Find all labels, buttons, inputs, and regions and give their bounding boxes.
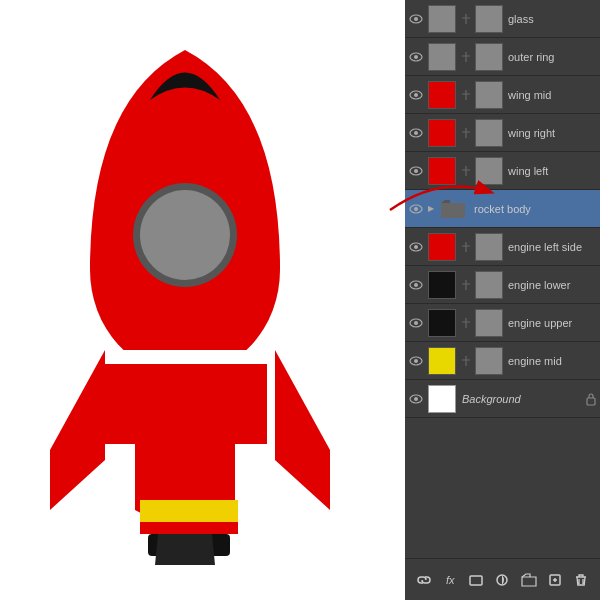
mask-button[interactable]	[465, 569, 487, 591]
layer-name-rocket-body: rocket body	[471, 203, 598, 215]
rocket-illustration	[30, 20, 350, 594]
link-icon-engine-upper	[459, 304, 473, 342]
link-icon-wing-left	[459, 152, 473, 190]
layer-row-wing-mid[interactable]: wing mid	[405, 76, 600, 114]
layer-mask-engine-left-side	[475, 233, 503, 261]
link-tool-button[interactable]	[413, 569, 435, 591]
layer-thumb-engine-upper	[428, 309, 456, 337]
layer-name-wing-left: wing left	[505, 165, 598, 177]
svg-point-9	[414, 17, 418, 21]
visibility-icon-wing-mid[interactable]	[407, 76, 425, 114]
layer-thumb-glass	[428, 5, 456, 33]
svg-point-23	[414, 283, 418, 287]
layer-name-engine-mid: engine mid	[505, 355, 598, 367]
expand-icon-rocket-body[interactable]: ▶	[425, 190, 437, 228]
lock-icon-background	[584, 380, 598, 418]
layer-mask-engine-upper	[475, 309, 503, 337]
layer-name-outer-ring: outer ring	[505, 51, 598, 63]
layer-mask-wing-left	[475, 157, 503, 185]
new-group-button[interactable]	[518, 569, 540, 591]
layer-row-glass[interactable]: glass	[405, 0, 600, 38]
svg-point-27	[414, 359, 418, 363]
layer-mask-wing-right	[475, 119, 503, 147]
svg-point-2	[140, 190, 230, 280]
layer-row-engine-mid[interactable]: engine mid	[405, 342, 600, 380]
visibility-icon-glass[interactable]	[407, 0, 425, 38]
visibility-icon-outer-ring[interactable]	[407, 38, 425, 76]
visibility-icon-engine-upper[interactable]	[407, 304, 425, 342]
layers-toolbar: fx	[405, 558, 600, 600]
layer-mask-glass	[475, 5, 503, 33]
layer-row-background[interactable]: Background	[405, 380, 600, 418]
layer-thumb-outer-ring	[428, 43, 456, 71]
svg-point-17	[414, 169, 418, 173]
layer-name-engine-left-side: engine left side	[505, 241, 598, 253]
layer-name-background: Background	[459, 393, 584, 405]
layer-row-wing-right[interactable]: wing right	[405, 114, 600, 152]
layer-mask-outer-ring	[475, 43, 503, 71]
layer-thumb-wing-left	[428, 157, 456, 185]
visibility-icon-engine-left-side[interactable]	[407, 228, 425, 266]
layer-thumb-background	[428, 385, 456, 413]
layers-list: glassouter ringwing midwing rightwing le…	[405, 0, 600, 558]
svg-point-15	[414, 131, 418, 135]
svg-rect-6	[140, 522, 238, 534]
layer-row-rocket-body[interactable]: ▶rocket body	[405, 190, 600, 228]
visibility-icon-engine-lower[interactable]	[407, 266, 425, 304]
layer-row-outer-ring[interactable]: outer ring	[405, 38, 600, 76]
link-icon-outer-ring	[459, 38, 473, 76]
layer-thumb-wing-right	[428, 119, 456, 147]
svg-rect-3	[92, 350, 280, 364]
fx-button[interactable]: fx	[439, 569, 461, 591]
layer-mask-engine-lower	[475, 271, 503, 299]
layer-thumb-wing-mid	[428, 81, 456, 109]
layer-name-engine-lower: engine lower	[505, 279, 598, 291]
layer-mask-engine-mid	[475, 347, 503, 375]
svg-point-13	[414, 93, 418, 97]
adjustment-button[interactable]	[491, 569, 513, 591]
layer-thumb-engine-mid	[428, 347, 456, 375]
visibility-icon-wing-left[interactable]	[407, 152, 425, 190]
layer-row-wing-left[interactable]: wing left	[405, 152, 600, 190]
svg-point-21	[414, 245, 418, 249]
layer-mask-wing-mid	[475, 81, 503, 109]
visibility-icon-background[interactable]	[407, 380, 425, 418]
svg-point-19	[414, 207, 418, 211]
layer-name-wing-mid: wing mid	[505, 89, 598, 101]
link-icon-engine-mid	[459, 342, 473, 380]
link-icon-glass	[459, 0, 473, 38]
link-icon-wing-mid	[459, 76, 473, 114]
svg-rect-5	[140, 500, 238, 522]
svg-point-25	[414, 321, 418, 325]
folder-icon-rocket-body	[440, 195, 468, 223]
layers-panel: glassouter ringwing midwing rightwing le…	[405, 0, 600, 600]
layer-name-engine-upper: engine upper	[505, 317, 598, 329]
layer-name-wing-right: wing right	[505, 127, 598, 139]
link-icon-engine-lower	[459, 266, 473, 304]
link-icon-wing-right	[459, 114, 473, 152]
layer-thumb-engine-lower	[428, 271, 456, 299]
layer-row-engine-left-side[interactable]: engine left side	[405, 228, 600, 266]
visibility-icon-rocket-body[interactable]	[407, 190, 425, 228]
layer-thumb-engine-left-side	[428, 233, 456, 261]
svg-point-11	[414, 55, 418, 59]
layer-row-engine-lower[interactable]: engine lower	[405, 266, 600, 304]
svg-rect-30	[587, 398, 595, 405]
delete-layer-button[interactable]	[570, 569, 592, 591]
svg-rect-4	[105, 364, 267, 444]
visibility-icon-wing-right[interactable]	[407, 114, 425, 152]
link-icon-engine-left-side	[459, 228, 473, 266]
svg-point-29	[414, 397, 418, 401]
canvas-area	[0, 0, 405, 600]
layer-name-glass: glass	[505, 13, 598, 25]
layer-row-engine-upper[interactable]: engine upper	[405, 304, 600, 342]
visibility-icon-engine-mid[interactable]	[407, 342, 425, 380]
svg-rect-31	[470, 576, 482, 585]
new-layer-button[interactable]	[544, 569, 566, 591]
